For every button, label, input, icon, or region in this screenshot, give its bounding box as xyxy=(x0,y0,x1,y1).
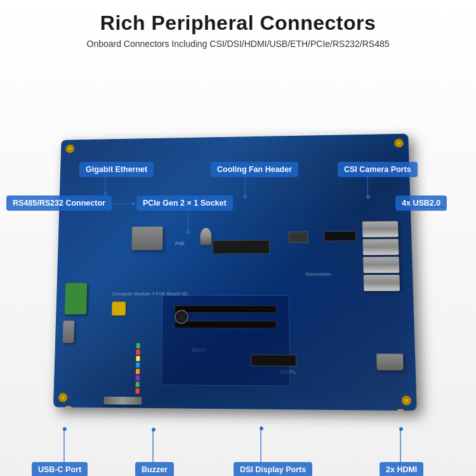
usb-port-2 xyxy=(362,239,399,255)
line-usbc xyxy=(63,428,65,463)
dot-buzzer xyxy=(152,428,155,432)
strip-3 xyxy=(136,356,140,361)
slot-line-1 xyxy=(175,305,277,313)
strip-6 xyxy=(136,375,140,380)
ethernet-port-component xyxy=(131,227,162,251)
label-usb4x: 4x USB2.0 xyxy=(395,195,447,211)
line-hdmi xyxy=(400,428,401,463)
strip-1 xyxy=(136,343,140,348)
line-dsi xyxy=(260,427,261,463)
terminal-block-component xyxy=(65,283,87,315)
strip-8 xyxy=(136,388,140,393)
poe-label: PoE xyxy=(175,241,185,246)
dot-rs485 xyxy=(131,202,135,206)
buzzer-component xyxy=(175,310,188,324)
mounting-hole-tr xyxy=(394,139,404,148)
usbc-port-component xyxy=(63,321,75,343)
center-slots-component xyxy=(161,295,290,387)
dot-hdmi xyxy=(399,427,403,431)
dot-usb4x xyxy=(406,205,409,209)
label-buzzer: Buzzer xyxy=(135,462,174,476)
usb-stack-component xyxy=(362,221,400,293)
csi-port-component xyxy=(324,231,356,241)
label-rs485: RS485/RS232 Connector xyxy=(6,195,112,211)
standoff-br xyxy=(397,409,404,411)
dot-ethernet xyxy=(103,192,107,195)
dot-dsi xyxy=(260,426,263,430)
dsi-port-component xyxy=(251,355,296,367)
label-csi-camera: CSI Camera Ports xyxy=(338,162,418,177)
strip-2 xyxy=(136,350,140,355)
page-title: Rich Peripheral Connectors xyxy=(0,11,476,35)
strip-7 xyxy=(136,382,140,387)
label-dsi: DSI Display Ports xyxy=(234,462,312,476)
label-usbc: USB-C Port xyxy=(32,462,88,476)
strip-5 xyxy=(136,369,140,374)
fan-header-component xyxy=(289,232,308,243)
dot-fan xyxy=(243,195,247,199)
hdmi-port-component xyxy=(376,354,404,370)
capacitor-component xyxy=(200,228,211,246)
usb-port-1 xyxy=(362,221,399,237)
label-cooling-fan: Cooling Fan Header xyxy=(211,162,298,177)
usb-port-4 xyxy=(364,275,400,291)
pcie-socket-component xyxy=(213,240,270,254)
comp-strip xyxy=(135,343,140,395)
dot-pcie xyxy=(187,230,190,234)
yellow-cap-component xyxy=(112,301,126,315)
standoff-bl xyxy=(65,406,71,411)
label-hdmi: 2x HDMI xyxy=(380,462,423,476)
label-pcie: PCIe Gen 2 × 1 Socket xyxy=(136,195,233,211)
page-container: Rich Peripheral Connectors Onboard Conne… xyxy=(0,0,476,476)
header-section: Rich Peripheral Connectors Onboard Conne… xyxy=(0,0,476,49)
usb-port-3 xyxy=(363,257,399,274)
label-gigabit-ethernet: Gigabit Ethernet xyxy=(79,162,154,177)
dot-usbc xyxy=(63,427,67,431)
slot-line-2 xyxy=(175,321,277,328)
strip-4 xyxy=(136,362,140,367)
mounting-hole-br xyxy=(402,396,411,406)
line-buzzer xyxy=(152,429,154,463)
mounting-hole-tl xyxy=(66,145,75,153)
dot-csi xyxy=(366,195,370,199)
waveshare-logo: Waveshare xyxy=(305,271,331,277)
page-subtitle: Onboard Connectors Including CSI/DSI/HDM… xyxy=(0,39,476,49)
sd-card-component xyxy=(103,397,142,405)
board-area: Compute Module 4 PoE Board (B) PoE Waves… xyxy=(0,63,476,476)
mounting-hole-bl xyxy=(58,393,67,402)
